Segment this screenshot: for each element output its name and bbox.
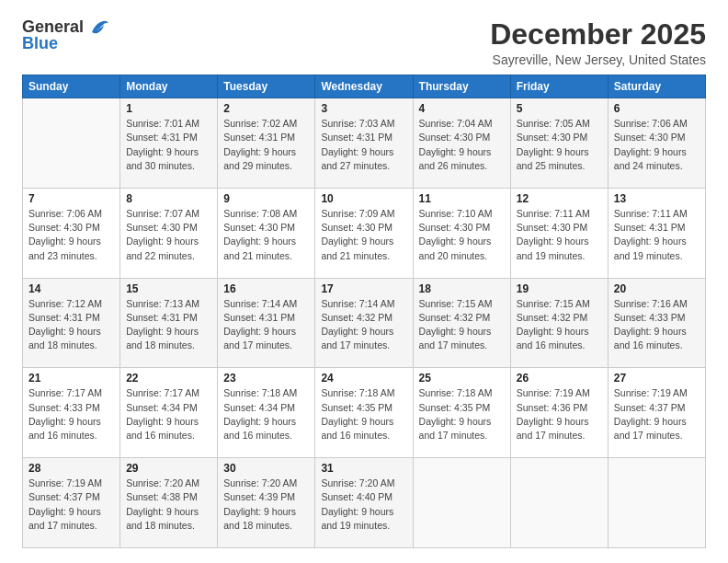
day-number: 23 bbox=[223, 372, 309, 385]
day-info: Sunrise: 7:12 AMSunset: 4:31 PMDaylight:… bbox=[28, 297, 114, 353]
day-number: 6 bbox=[614, 102, 700, 115]
weekday-header-tuesday: Tuesday bbox=[218, 75, 315, 98]
day-number: 12 bbox=[517, 192, 602, 205]
day-info: Sunrise: 7:19 AMSunset: 4:37 PMDaylight:… bbox=[614, 386, 700, 442]
day-info: Sunrise: 7:18 AMSunset: 4:35 PMDaylight:… bbox=[419, 386, 505, 442]
day-info: Sunrise: 7:18 AMSunset: 4:35 PMDaylight:… bbox=[321, 386, 406, 442]
weekday-header-row: SundayMondayTuesdayWednesdayThursdayFrid… bbox=[23, 75, 706, 98]
page-subtitle: Sayreville, New Jersey, United States bbox=[490, 52, 706, 67]
calendar-cell: 19Sunrise: 7:15 AMSunset: 4:32 PMDayligh… bbox=[510, 278, 608, 368]
day-info: Sunrise: 7:17 AMSunset: 4:33 PMDaylight:… bbox=[28, 386, 114, 442]
calendar-cell: 20Sunrise: 7:16 AMSunset: 4:33 PMDayligh… bbox=[608, 278, 705, 368]
day-info: Sunrise: 7:05 AMSunset: 4:30 PMDaylight:… bbox=[517, 117, 602, 173]
calendar-week-1: 1Sunrise: 7:01 AMSunset: 4:31 PMDaylight… bbox=[23, 98, 706, 189]
day-number: 27 bbox=[614, 372, 700, 385]
day-info: Sunrise: 7:14 AMSunset: 4:31 PMDaylight:… bbox=[223, 297, 309, 353]
day-number: 26 bbox=[517, 372, 602, 385]
day-number: 21 bbox=[28, 372, 114, 385]
day-info: Sunrise: 7:19 AMSunset: 4:37 PMDaylight:… bbox=[28, 477, 114, 533]
day-number: 31 bbox=[321, 462, 406, 475]
day-info: Sunrise: 7:06 AMSunset: 4:30 PMDaylight:… bbox=[614, 117, 700, 173]
calendar-cell: 7Sunrise: 7:06 AMSunset: 4:30 PMDaylight… bbox=[23, 188, 120, 278]
calendar-cell: 18Sunrise: 7:15 AMSunset: 4:32 PMDayligh… bbox=[413, 278, 510, 368]
weekday-header-monday: Monday bbox=[120, 75, 218, 98]
day-info: Sunrise: 7:16 AMSunset: 4:33 PMDaylight:… bbox=[614, 297, 700, 353]
page-title: December 2025 bbox=[490, 18, 706, 51]
day-number: 20 bbox=[614, 282, 700, 295]
day-number: 30 bbox=[223, 462, 309, 475]
page-header: General Blue December 2025 Sayreville, N… bbox=[22, 18, 706, 67]
day-info: Sunrise: 7:08 AMSunset: 4:30 PMDaylight:… bbox=[223, 207, 309, 263]
day-number: 18 bbox=[419, 282, 505, 295]
day-info: Sunrise: 7:20 AMSunset: 4:39 PMDaylight:… bbox=[223, 477, 309, 533]
weekday-header-saturday: Saturday bbox=[608, 75, 705, 98]
calendar-cell: 4Sunrise: 7:04 AMSunset: 4:30 PMDaylight… bbox=[413, 98, 510, 189]
day-info: Sunrise: 7:07 AMSunset: 4:30 PMDaylight:… bbox=[126, 207, 211, 263]
calendar-cell: 2Sunrise: 7:02 AMSunset: 4:31 PMDaylight… bbox=[218, 98, 315, 189]
calendar-cell: 14Sunrise: 7:12 AMSunset: 4:31 PMDayligh… bbox=[23, 278, 120, 368]
calendar-table: SundayMondayTuesdayWednesdayThursdayFrid… bbox=[22, 75, 706, 548]
day-number: 29 bbox=[126, 462, 211, 475]
day-number: 24 bbox=[321, 372, 406, 385]
day-number: 16 bbox=[223, 282, 309, 295]
day-number: 8 bbox=[126, 192, 211, 205]
calendar-cell bbox=[413, 458, 510, 548]
calendar-cell: 9Sunrise: 7:08 AMSunset: 4:30 PMDaylight… bbox=[218, 188, 315, 278]
calendar-cell: 1Sunrise: 7:01 AMSunset: 4:31 PMDaylight… bbox=[120, 98, 218, 189]
day-number: 15 bbox=[126, 282, 211, 295]
day-number: 17 bbox=[321, 282, 406, 295]
day-number: 14 bbox=[28, 282, 114, 295]
day-info: Sunrise: 7:17 AMSunset: 4:34 PMDaylight:… bbox=[126, 386, 211, 442]
calendar-cell bbox=[510, 458, 608, 548]
day-info: Sunrise: 7:01 AMSunset: 4:31 PMDaylight:… bbox=[126, 117, 211, 173]
day-number: 22 bbox=[126, 372, 211, 385]
title-block: December 2025 Sayreville, New Jersey, Un… bbox=[490, 18, 706, 67]
day-number: 19 bbox=[517, 282, 602, 295]
day-info: Sunrise: 7:20 AMSunset: 4:38 PMDaylight:… bbox=[126, 477, 211, 533]
day-info: Sunrise: 7:11 AMSunset: 4:30 PMDaylight:… bbox=[517, 207, 602, 263]
day-info: Sunrise: 7:15 AMSunset: 4:32 PMDaylight:… bbox=[517, 297, 602, 353]
calendar-cell: 3Sunrise: 7:03 AMSunset: 4:31 PMDaylight… bbox=[315, 98, 413, 189]
day-number: 5 bbox=[517, 102, 602, 115]
calendar-week-3: 14Sunrise: 7:12 AMSunset: 4:31 PMDayligh… bbox=[23, 278, 706, 368]
calendar-cell: 28Sunrise: 7:19 AMSunset: 4:37 PMDayligh… bbox=[23, 458, 120, 548]
logo-blue-text: Blue bbox=[22, 35, 58, 53]
calendar-cell: 29Sunrise: 7:20 AMSunset: 4:38 PMDayligh… bbox=[120, 458, 218, 548]
calendar-cell: 17Sunrise: 7:14 AMSunset: 4:32 PMDayligh… bbox=[315, 278, 413, 368]
day-info: Sunrise: 7:15 AMSunset: 4:32 PMDaylight:… bbox=[419, 297, 505, 353]
day-number: 25 bbox=[419, 372, 505, 385]
day-info: Sunrise: 7:10 AMSunset: 4:30 PMDaylight:… bbox=[419, 207, 505, 263]
day-info: Sunrise: 7:03 AMSunset: 4:31 PMDaylight:… bbox=[321, 117, 406, 173]
day-number: 13 bbox=[614, 192, 700, 205]
day-info: Sunrise: 7:20 AMSunset: 4:40 PMDaylight:… bbox=[321, 477, 406, 533]
day-info: Sunrise: 7:19 AMSunset: 4:36 PMDaylight:… bbox=[517, 386, 602, 442]
day-number: 1 bbox=[126, 102, 211, 115]
calendar-cell: 24Sunrise: 7:18 AMSunset: 4:35 PMDayligh… bbox=[315, 368, 413, 458]
day-number: 3 bbox=[321, 102, 406, 115]
day-number: 11 bbox=[419, 192, 505, 205]
day-info: Sunrise: 7:13 AMSunset: 4:31 PMDaylight:… bbox=[126, 297, 211, 353]
weekday-header-sunday: Sunday bbox=[23, 75, 120, 98]
calendar-cell: 12Sunrise: 7:11 AMSunset: 4:30 PMDayligh… bbox=[510, 188, 608, 278]
day-info: Sunrise: 7:09 AMSunset: 4:30 PMDaylight:… bbox=[321, 207, 406, 263]
calendar-cell: 8Sunrise: 7:07 AMSunset: 4:30 PMDaylight… bbox=[120, 188, 218, 278]
calendar-week-4: 21Sunrise: 7:17 AMSunset: 4:33 PMDayligh… bbox=[23, 368, 706, 458]
day-info: Sunrise: 7:14 AMSunset: 4:32 PMDaylight:… bbox=[321, 297, 406, 353]
day-number: 28 bbox=[28, 462, 114, 475]
day-info: Sunrise: 7:11 AMSunset: 4:31 PMDaylight:… bbox=[614, 207, 700, 263]
day-number: 10 bbox=[321, 192, 406, 205]
calendar-cell: 21Sunrise: 7:17 AMSunset: 4:33 PMDayligh… bbox=[23, 368, 120, 458]
calendar-cell bbox=[23, 98, 120, 189]
calendar-week-2: 7Sunrise: 7:06 AMSunset: 4:30 PMDaylight… bbox=[23, 188, 706, 278]
calendar-cell: 31Sunrise: 7:20 AMSunset: 4:40 PMDayligh… bbox=[315, 458, 413, 548]
calendar-cell: 16Sunrise: 7:14 AMSunset: 4:31 PMDayligh… bbox=[218, 278, 315, 368]
day-number: 2 bbox=[223, 102, 309, 115]
day-info: Sunrise: 7:06 AMSunset: 4:30 PMDaylight:… bbox=[28, 207, 114, 263]
calendar-cell: 30Sunrise: 7:20 AMSunset: 4:39 PMDayligh… bbox=[218, 458, 315, 548]
calendar-cell: 6Sunrise: 7:06 AMSunset: 4:30 PMDaylight… bbox=[608, 98, 705, 189]
calendar-cell: 25Sunrise: 7:18 AMSunset: 4:35 PMDayligh… bbox=[413, 368, 510, 458]
calendar-week-5: 28Sunrise: 7:19 AMSunset: 4:37 PMDayligh… bbox=[23, 458, 706, 548]
day-info: Sunrise: 7:02 AMSunset: 4:31 PMDaylight:… bbox=[223, 117, 309, 173]
day-info: Sunrise: 7:18 AMSunset: 4:34 PMDaylight:… bbox=[223, 386, 309, 442]
logo: General Blue bbox=[22, 18, 110, 53]
